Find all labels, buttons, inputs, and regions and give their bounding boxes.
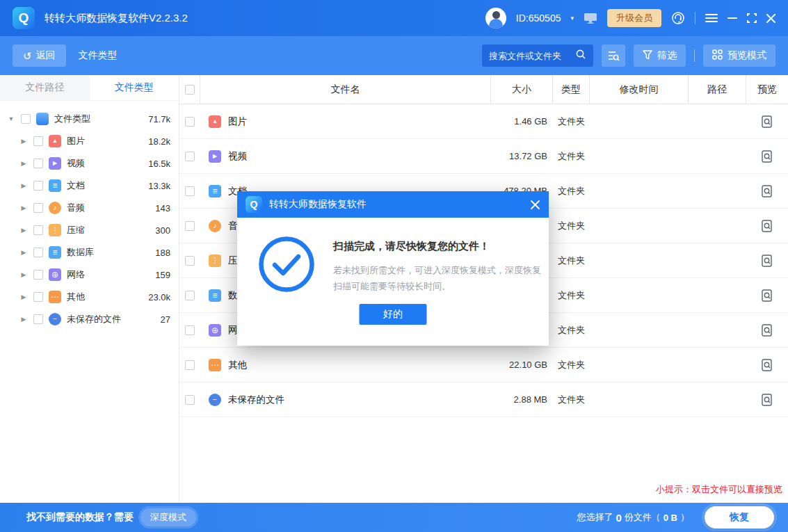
tree-checkbox[interactable]: [21, 114, 31, 124]
header-preview[interactable]: 预览: [746, 75, 788, 104]
preview-file-icon[interactable]: [762, 150, 773, 163]
preview-file-icon[interactable]: [762, 394, 773, 406]
row-checkbox[interactable]: [185, 325, 195, 335]
header-filename[interactable]: 文件名: [200, 75, 491, 104]
toolbar-right: 筛选 预览模式: [482, 45, 775, 67]
tree-item-documents[interactable]: ▶ 文档 13.3k: [0, 175, 179, 197]
chevron-down-icon[interactable]: ▾: [570, 15, 574, 22]
tree-item-count: 23.0k: [148, 292, 170, 303]
table-row-videos[interactable]: 视频 13.72 GB 文件夹: [179, 139, 788, 174]
tree-checkbox[interactable]: [33, 270, 43, 280]
preview-file-icon[interactable]: [762, 359, 773, 371]
file-type: 文件夹: [553, 243, 590, 277]
tree-collapsed-icon[interactable]: ▶: [19, 182, 28, 189]
recover-button[interactable]: 恢复: [705, 506, 774, 529]
toolbar-divider: [694, 49, 695, 62]
dialog-header[interactable]: 转转大师数据恢复软件: [237, 191, 549, 218]
search-icon[interactable]: [575, 49, 586, 63]
header-size[interactable]: 大小: [491, 75, 553, 104]
row-checkbox[interactable]: [185, 152, 195, 161]
upgrade-member-badge[interactable]: 升级会员: [607, 9, 661, 27]
user-id-label[interactable]: ID:650505: [516, 13, 561, 24]
row-checkbox[interactable]: [185, 117, 195, 127]
row-checkbox[interactable]: [185, 395, 195, 405]
tree-item-unsaved[interactable]: ▶ 未保存的文件 27: [0, 308, 179, 330]
row-checkbox[interactable]: [185, 186, 195, 196]
file-type: 文件夹: [553, 382, 590, 417]
tree-item-archives[interactable]: ▶ 压缩 300: [0, 219, 179, 241]
tree-expanded-icon[interactable]: ▼: [7, 115, 15, 122]
header-modified[interactable]: 修改时间: [590, 75, 689, 104]
user-avatar[interactable]: [485, 8, 506, 29]
row-checkbox[interactable]: [185, 360, 195, 370]
preview-file-icon[interactable]: [762, 324, 773, 337]
tree-item-videos[interactable]: ▶ 视频 16.5k: [0, 152, 179, 175]
tree-collapsed-icon[interactable]: ▶: [19, 249, 28, 256]
tree-collapsed-icon[interactable]: ▶: [19, 138, 28, 145]
tab-file-type[interactable]: 文件类型: [90, 75, 179, 100]
preview-file-icon[interactable]: [762, 115, 773, 128]
database-icon: [209, 289, 221, 302]
table-row-other[interactable]: 其他 22.10 GB 文件夹: [179, 348, 788, 382]
tree-collapsed-icon[interactable]: ▶: [19, 271, 28, 278]
customer-service-icon[interactable]: [671, 11, 685, 25]
file-path: [689, 382, 746, 417]
footer-right: 您选择了 0 份文件（ 0 B ） 恢复: [577, 506, 774, 529]
dialog-close-icon[interactable]: [530, 200, 540, 210]
dialog-ok-button[interactable]: 好的: [360, 304, 427, 325]
minimize-icon[interactable]: [727, 13, 737, 23]
tree-checkbox[interactable]: [33, 136, 43, 146]
tree-checkbox[interactable]: [33, 314, 43, 324]
menu-icon[interactable]: [705, 13, 718, 23]
tree-checkbox[interactable]: [33, 248, 43, 257]
tree-collapsed-icon[interactable]: ▶: [19, 160, 28, 167]
header-type[interactable]: 类型: [553, 75, 590, 104]
tree-checkbox[interactable]: [33, 181, 43, 191]
video-icon: [209, 150, 221, 163]
file-type-tree: ▼ 文件类型 71.7k ▶ 图片 18.2k ▶ 视频 16.5k: [0, 101, 179, 330]
dialog-body: 扫描完成，请尽快恢复您的文件！ 若未找到所需文件，可进入深度恢复模式，深度恢复扫…: [237, 218, 549, 296]
tree-collapsed-icon[interactable]: ▶: [19, 227, 28, 234]
tree-item-network[interactable]: ▶ 网络 159: [0, 264, 179, 286]
header-path[interactable]: 路径: [689, 75, 746, 104]
tree-collapsed-icon[interactable]: ▶: [19, 293, 28, 300]
tree-item-images[interactable]: ▶ 图片 18.2k: [0, 130, 179, 152]
file-name: 视频: [228, 150, 247, 163]
advanced-search-button[interactable]: [602, 45, 625, 67]
tab-file-path[interactable]: 文件路径: [0, 75, 90, 100]
file-path: [689, 348, 746, 382]
other-folder-icon: [49, 291, 61, 303]
preview-file-icon[interactable]: [762, 289, 773, 302]
tree-item-audio[interactable]: ▶ 音频 143: [0, 197, 179, 219]
preview-file-icon[interactable]: [762, 255, 773, 267]
tree-checkbox[interactable]: [33, 203, 43, 213]
back-button[interactable]: ↺ 返回: [13, 45, 66, 67]
search-input[interactable]: [489, 51, 571, 61]
preview-mode-button[interactable]: 预览模式: [703, 45, 775, 67]
tree-checkbox[interactable]: [33, 292, 43, 302]
row-checkbox[interactable]: [185, 256, 195, 266]
table-row-images[interactable]: 图片 1.46 GB 文件夹: [179, 104, 788, 139]
preview-file-icon[interactable]: [762, 220, 773, 232]
row-checkbox[interactable]: [185, 221, 195, 231]
tree-item-database[interactable]: ▶ 数据库 188: [0, 241, 179, 264]
filter-button[interactable]: 筛选: [634, 45, 686, 67]
tree-checkbox[interactable]: [33, 159, 43, 168]
tree-checkbox[interactable]: [33, 225, 43, 235]
close-icon[interactable]: [766, 14, 775, 23]
deep-mode-button[interactable]: 深度模式: [140, 508, 196, 526]
titlebar: 转转大师数据恢复软件V2.2.3.2 ID:650505 ▾ 升级会员: [0, 0, 788, 36]
tree-item-root[interactable]: ▼ 文件类型 71.7k: [0, 108, 179, 130]
file-modified: [590, 382, 689, 417]
monitor-icon[interactable]: [584, 13, 597, 24]
table-row-unsaved[interactable]: 未保存的文件 2.88 MB 文件夹: [179, 382, 788, 417]
breadcrumb: 文件类型: [79, 49, 118, 62]
select-all-checkbox[interactable]: [185, 85, 195, 95]
tree-item-other[interactable]: ▶ 其他 23.0k: [0, 286, 179, 308]
file-type: 文件夹: [553, 348, 590, 382]
row-checkbox[interactable]: [185, 291, 195, 300]
preview-file-icon[interactable]: [762, 185, 773, 198]
tree-collapsed-icon[interactable]: ▶: [19, 316, 28, 323]
tree-collapsed-icon[interactable]: ▶: [19, 204, 28, 211]
maximize-icon[interactable]: [747, 13, 757, 23]
